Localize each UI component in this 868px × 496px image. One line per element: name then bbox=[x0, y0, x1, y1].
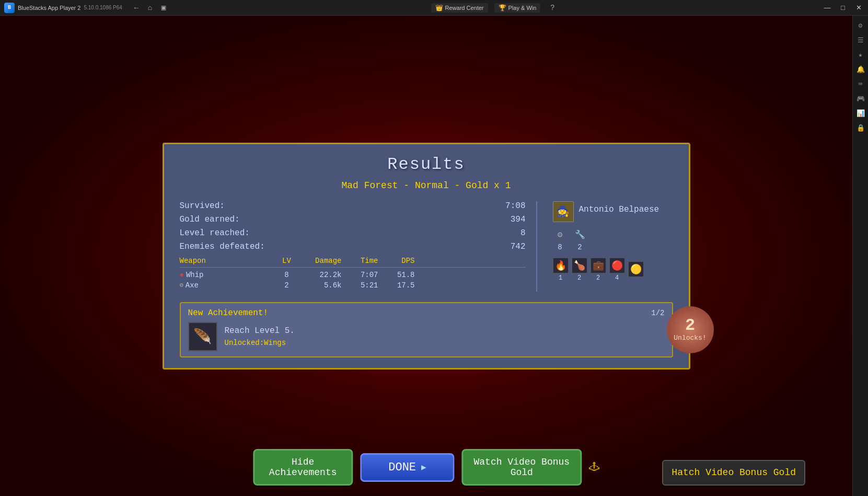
item-group-1: 🍗 2 bbox=[572, 258, 587, 282]
stat-label-1: Gold earned: bbox=[180, 215, 240, 224]
hatch-popup: Hatch Video Bonus Gold bbox=[662, 460, 805, 486]
nav-bookmark-btn[interactable]: ▣ bbox=[158, 2, 169, 14]
help-btn[interactable]: ? bbox=[547, 2, 558, 14]
item-icon-2: 💼 bbox=[591, 258, 606, 273]
done-button[interactable]: DONE ▶ bbox=[360, 453, 454, 482]
sidebar-icon-6[interactable]: 📊 bbox=[855, 108, 866, 119]
col-lv: LV bbox=[274, 257, 300, 265]
hatch-text: Hatch Video Bonus Gold bbox=[672, 467, 796, 478]
stat-icon-1: 🔧 bbox=[573, 227, 587, 242]
reward-center-badge[interactable]: 👑 Reward Center bbox=[431, 3, 488, 13]
item-group-4: 🟡 bbox=[628, 261, 644, 278]
app-version: 5.10.0.1086 P64 bbox=[84, 5, 122, 10]
stat-value-2: 8 bbox=[520, 228, 526, 238]
crown-icon: 👑 bbox=[435, 4, 443, 11]
weapon-damage-1: 5.6k bbox=[300, 281, 342, 290]
item-num-2: 2 bbox=[596, 274, 600, 282]
weapons-header: Weapon LV Damage Time DPS bbox=[180, 257, 526, 268]
minimize-btn[interactable]: — bbox=[820, 2, 835, 14]
col-damage: Damage bbox=[300, 257, 342, 265]
done-icon: ▶ bbox=[421, 462, 426, 472]
whip-icon: ● bbox=[180, 271, 184, 279]
bluestacks-logo: B bbox=[4, 3, 15, 13]
character-sprite: 🧙 bbox=[553, 201, 574, 222]
play-win-label: Play & Win bbox=[508, 5, 537, 11]
nav-home-btn[interactable]: ⌂ bbox=[144, 2, 156, 14]
weapon-name-0: ● Whip bbox=[180, 271, 274, 279]
stat-group-0: ⚙ 8 bbox=[553, 227, 568, 251]
item-icon-1: 🍗 bbox=[572, 258, 587, 273]
col-weapon: Weapon bbox=[180, 257, 274, 265]
sidebar-icon-4[interactable]: ⌨ bbox=[855, 78, 866, 90]
character-name: Antonio Belpaese bbox=[579, 205, 659, 214]
item-icon-0: 🔥 bbox=[553, 258, 569, 273]
bottom-buttons: HideAchievements DONE ▶ Watch Video Bonu… bbox=[253, 449, 599, 486]
titlebar-right: — □ ✕ bbox=[820, 2, 868, 14]
achievement-header: New Achievement! 1/2 bbox=[188, 308, 665, 318]
divider bbox=[536, 201, 537, 292]
joystick-icon: 🕹 bbox=[589, 461, 599, 474]
items-row: 🔥 1 🍗 2 💼 2 🔴 4 bbox=[553, 258, 644, 282]
nav-back-btn[interactable]: ← bbox=[131, 2, 142, 14]
unlocks-number: 2 bbox=[685, 317, 695, 334]
achievement-body: 🪶 Reach Level 5. Unlocked:Wings bbox=[188, 322, 665, 351]
item-num-1: 2 bbox=[577, 274, 581, 282]
achievement-unlock: Unlocked:Wings bbox=[225, 339, 665, 347]
stat-num-1: 2 bbox=[577, 243, 582, 251]
stat-row-0: Survived: 7:08 bbox=[180, 201, 526, 211]
weapon-dps-0: 51.8 bbox=[378, 271, 415, 279]
stat-label-2: Level reached: bbox=[180, 228, 250, 238]
stat-value-3: 742 bbox=[511, 242, 526, 251]
weapon-dps-1: 17.5 bbox=[378, 281, 415, 290]
game-area: Results Mad Forest - Normal - Gold x 1 S… bbox=[0, 16, 852, 496]
stat-icon-0: ⚙ bbox=[553, 227, 568, 242]
item-num-0: 1 bbox=[559, 274, 562, 282]
weapon-time-0: 7:07 bbox=[342, 271, 378, 279]
weapon-lv-0: 8 bbox=[274, 271, 300, 279]
stat-group-1: 🔧 2 bbox=[573, 227, 587, 251]
achievement-icon: 🪶 bbox=[188, 322, 217, 351]
hide-achievements-button[interactable]: HideAchievements bbox=[253, 449, 353, 486]
results-left: Survived: 7:08 Gold earned: 394 Level re… bbox=[180, 201, 526, 292]
item-group-0: 🔥 1 bbox=[553, 258, 569, 282]
col-dps: DPS bbox=[378, 257, 415, 265]
item-group-2: 💼 2 bbox=[591, 258, 606, 282]
titlebar-nav: ← ⌂ ▣ bbox=[131, 2, 169, 14]
close-btn[interactable]: ✕ bbox=[851, 2, 866, 14]
axe-icon: ⚙ bbox=[180, 281, 183, 289]
trophy-icon: 🏆 bbox=[499, 4, 506, 11]
sidebar-icon-0[interactable]: ⚙ bbox=[855, 20, 866, 31]
watch-video-button[interactable]: Watch Video BonusGold bbox=[461, 449, 582, 486]
stat-value-1: 394 bbox=[511, 215, 526, 224]
stat-row-3: Enemies defeated: 742 bbox=[180, 242, 526, 251]
sidebar-icon-1[interactable]: ☰ bbox=[855, 34, 866, 46]
weapons-table: Weapon LV Damage Time DPS ● Whip 8 22.2k bbox=[180, 257, 526, 290]
sidebar-icon-3[interactable]: 🔔 bbox=[855, 64, 866, 75]
sidebar-icon-5[interactable]: 🎮 bbox=[855, 93, 866, 105]
results-subtitle: Mad Forest - Normal - Gold x 1 bbox=[180, 180, 673, 191]
item-group-3: 🔴 4 bbox=[609, 258, 625, 282]
stats-icons: ⚙ 8 🔧 2 bbox=[553, 227, 587, 251]
item-icon-3: 🔴 bbox=[609, 258, 625, 273]
item-num-3: 4 bbox=[615, 274, 619, 282]
sidebar-icon-2[interactable]: ★ bbox=[855, 49, 866, 61]
play-win-badge[interactable]: 🏆 Play & Win bbox=[494, 3, 541, 13]
done-label: DONE bbox=[388, 461, 416, 474]
weapon-time-1: 5:21 bbox=[342, 281, 378, 290]
results-body: Survived: 7:08 Gold earned: 394 Level re… bbox=[180, 201, 673, 292]
sidebar-icon-7[interactable]: 🔒 bbox=[855, 122, 866, 134]
stat-value-0: 7:08 bbox=[505, 201, 525, 211]
titlebar: B BlueStacks App Player 2 5.10.0.1086 P6… bbox=[0, 0, 868, 16]
results-title: Results bbox=[180, 155, 673, 174]
titlebar-left: B BlueStacks App Player 2 5.10.0.1086 P6… bbox=[0, 2, 169, 14]
unlocks-label: Unlocks! bbox=[674, 334, 706, 342]
right-sidebar: ⚙ ☰ ★ 🔔 ⌨ 🎮 📊 🔒 bbox=[852, 16, 868, 496]
weapon-row-0: ● Whip 8 22.2k 7:07 51.8 bbox=[180, 271, 526, 279]
weapon-damage-0: 22.2k bbox=[300, 271, 342, 279]
reward-center-label: Reward Center bbox=[445, 5, 484, 11]
achievement-panel: New Achievement! 1/2 🪶 Reach Level 5. Un… bbox=[180, 302, 673, 357]
weapon-lv-1: 2 bbox=[274, 281, 300, 290]
achievement-counter: 1/2 bbox=[651, 309, 664, 317]
results-panel: Results Mad Forest - Normal - Gold x 1 S… bbox=[163, 143, 690, 370]
maximize-btn[interactable]: □ bbox=[836, 2, 850, 14]
